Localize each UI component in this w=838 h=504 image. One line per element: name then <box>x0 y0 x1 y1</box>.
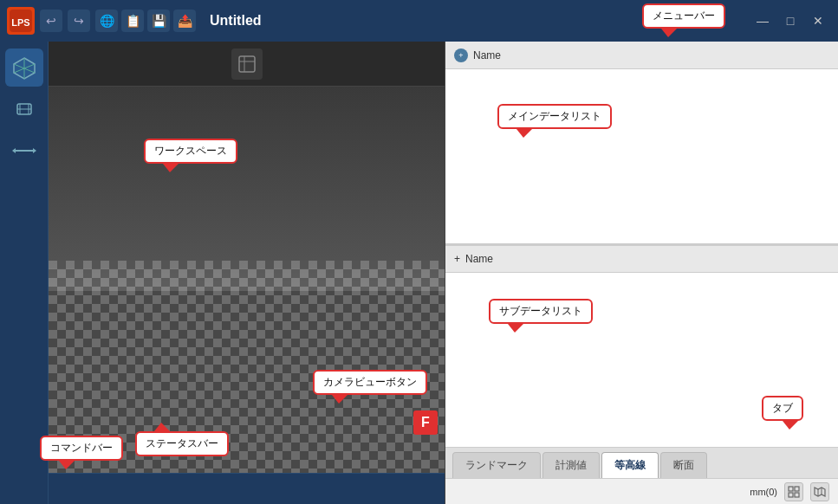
app-logo: LPS <box>7 7 35 35</box>
window-controls: — □ ✕ <box>750 8 831 34</box>
undo-button[interactable]: ↩ <box>40 10 62 32</box>
titlebar: LPS ↩ ↪ 🌐 📋 💾 📤 Untitled メニューバー — □ ✕ <box>0 0 838 42</box>
maximize-button[interactable]: □ <box>777 8 803 34</box>
svg-rect-18 <box>789 493 793 497</box>
tool3-button[interactable]: 💾 <box>147 10 170 32</box>
tab-landmark[interactable]: ランドマーク <box>452 452 541 478</box>
sidebar-item-transform[interactable] <box>5 132 43 170</box>
toolbar-tools: 🌐 📋 💾 📤 <box>95 10 196 32</box>
map-button[interactable] <box>810 482 829 501</box>
tool1-button[interactable]: 🌐 <box>95 10 118 32</box>
sub-list-header: + Name <box>445 245 838 273</box>
close-button[interactable]: ✕ <box>805 8 831 34</box>
tab-section[interactable]: 断面 <box>660 452 707 478</box>
svg-rect-16 <box>789 487 793 491</box>
main-list-header-icon: + <box>454 48 468 62</box>
svg-text:LPS: LPS <box>11 17 29 28</box>
svg-rect-19 <box>795 493 799 497</box>
main-data-list[interactable]: メインデータリスト <box>445 69 838 245</box>
svg-rect-13 <box>239 56 255 72</box>
floor-grid <box>49 261 445 473</box>
svg-marker-11 <box>12 148 16 153</box>
sub-data-list[interactable]: サブデータリスト <box>445 273 838 447</box>
window-title: Untitled <box>201 13 270 29</box>
svg-marker-20 <box>815 488 825 496</box>
tool2-button[interactable]: 📋 <box>121 10 144 32</box>
sub-list-header-icon: + <box>454 253 460 265</box>
redo-button[interactable]: ↪ <box>68 10 90 32</box>
svg-rect-17 <box>795 487 799 491</box>
object-icon[interactable] <box>231 48 263 80</box>
minimize-button[interactable]: — <box>750 8 776 34</box>
sub-data-list-annotation: サブデータリスト <box>489 299 593 324</box>
svg-marker-12 <box>33 148 36 153</box>
main-list-header: + Name <box>445 42 838 69</box>
bottom-status-bar: mm(0) <box>445 478 838 504</box>
statusbar: コマンドバー ステータスバー <box>49 473 445 504</box>
sub-list-header-label: Name <box>465 253 493 265</box>
f-badge: F <box>413 410 438 435</box>
sidebar <box>0 42 49 504</box>
sidebar-item-3d[interactable] <box>5 48 43 87</box>
workspace-upper <box>49 42 445 87</box>
tabs-bar: タブ ランドマーク 計測値 等高線 断面 <box>445 447 838 478</box>
right-panel: + Name メインデータリスト + Name サブデータリスト <box>445 42 838 504</box>
main-list-header-label: Name <box>473 49 501 61</box>
main-data-list-annotation: メインデータリスト <box>497 104 612 129</box>
tab-contour[interactable]: 等高線 <box>601 452 659 478</box>
tool4-button[interactable]: 📤 <box>173 10 196 32</box>
grid-toggle-button[interactable] <box>784 482 803 501</box>
app-body: カメラビューボタン F ワークスペース コマンドバー ステータスバー <box>0 42 838 504</box>
unit-label: mm(0) <box>750 487 777 497</box>
sidebar-item-measure[interactable] <box>5 90 43 128</box>
menubar-annotation: メニューバー <box>642 3 725 29</box>
3d-viewport[interactable]: カメラビューボタン F ワークスペース <box>49 87 445 473</box>
sky-background <box>49 87 445 280</box>
tab-measurement[interactable]: 計測値 <box>542 452 600 478</box>
workspace: カメラビューボタン F ワークスペース コマンドバー ステータスバー <box>49 42 445 504</box>
content-area: カメラビューボタン F ワークスペース コマンドバー ステータスバー <box>49 42 838 504</box>
